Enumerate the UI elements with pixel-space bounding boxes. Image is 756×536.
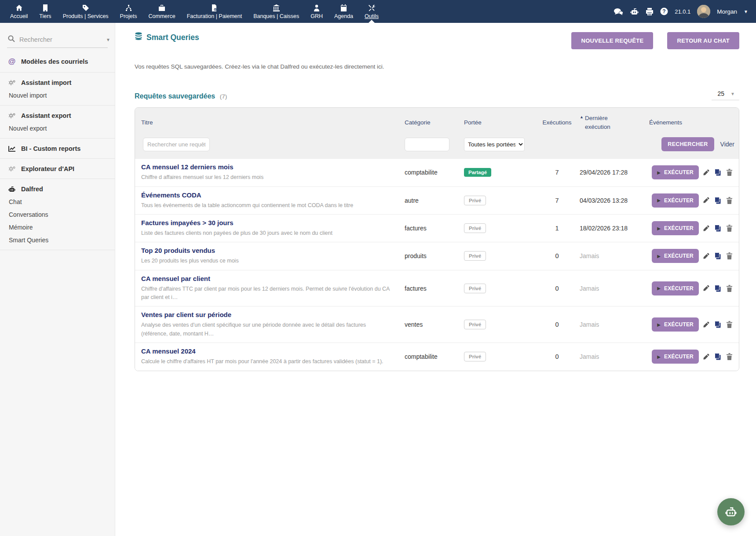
sidebar-search-input[interactable] [19, 36, 102, 43]
sidebar-link-nouvel-export[interactable]: Nouvel export [8, 125, 107, 132]
column-header-titre[interactable]: Titre [135, 119, 403, 126]
copy-icon[interactable] [713, 352, 722, 361]
column-header-categorie[interactable]: Catégorie [403, 119, 462, 126]
delete-icon[interactable] [725, 168, 734, 177]
query-title-link[interactable]: Ventes par client sur période [141, 311, 231, 318]
back-to-chat-button[interactable]: RETOUR AU CHAT [667, 32, 739, 49]
robot-icon[interactable] [630, 8, 639, 15]
search-queries-button[interactable]: RECHERCHER [661, 137, 714, 151]
nav-item-projets[interactable]: Projets [114, 0, 143, 23]
query-title-link[interactable]: Factures impayées > 30 jours [141, 219, 234, 226]
gears-icon [8, 166, 16, 172]
execute-button[interactable]: ▶ EXÉCUTER [652, 221, 699, 235]
query-description: Liste des factures clients non payées de… [141, 229, 390, 237]
nav-item-tiers[interactable]: Tiers [33, 0, 57, 23]
filter-scope-select[interactable]: Toutes les portées [464, 138, 525, 151]
query-title-link[interactable]: Top 20 produits vendus [141, 247, 215, 254]
sidebar-item-explorateur-api[interactable]: Explorateur d'API [8, 165, 107, 172]
execute-button[interactable]: ▶ EXÉCUTER [652, 350, 699, 364]
edit-icon[interactable] [702, 196, 710, 204]
query-category: factures [403, 225, 462, 232]
sidebar-link-conversations[interactable]: Conversations [8, 211, 107, 218]
execute-button[interactable]: ▶ EXÉCUTER [652, 249, 699, 263]
filter-category-input[interactable] [405, 138, 449, 151]
copy-icon[interactable] [713, 168, 722, 177]
query-description: Calcule le chiffre d'affaires HT par moi… [141, 357, 390, 366]
nav-label: GRH [310, 13, 323, 19]
sidebar-item-dalfred[interactable]: Dalfred [8, 186, 107, 193]
query-title-link[interactable]: Événements CODA [141, 191, 201, 199]
execute-button[interactable]: ▶ EXÉCUTER [652, 281, 699, 295]
execute-button[interactable]: ▶ EXÉCUTER [652, 165, 699, 179]
edit-icon[interactable] [702, 168, 710, 177]
column-header-portee[interactable]: Portée [462, 119, 536, 126]
copy-icon[interactable] [713, 196, 722, 205]
delete-icon[interactable] [725, 196, 734, 205]
edit-icon[interactable] [702, 353, 710, 361]
bank-icon [273, 4, 280, 11]
column-header-evenements[interactable]: Événements [647, 119, 739, 126]
sidebar-item-label: BI - Custom reports [21, 145, 80, 152]
copy-icon[interactable] [713, 320, 722, 329]
nav-item-commerce[interactable]: Commerce [143, 0, 181, 23]
edit-icon[interactable] [702, 321, 710, 329]
clear-filters-link[interactable]: Vider [720, 141, 734, 148]
column-header-derniere-execution[interactable]: ▲Dernière exécution [578, 114, 647, 131]
user-avatar[interactable] [697, 5, 710, 18]
sidebar-link-smart-queries[interactable]: Smart Queries [8, 237, 107, 244]
query-description: Tous les événements de la table actionco… [141, 201, 390, 210]
help-icon[interactable]: ? [660, 7, 668, 15]
nav-item-grh[interactable]: GRH [305, 0, 329, 23]
copy-icon[interactable] [713, 252, 722, 260]
comments-icon[interactable] [614, 8, 623, 15]
page-size-value: 25 [718, 90, 725, 97]
copy-icon[interactable] [713, 284, 722, 293]
username[interactable]: Morgan [717, 8, 737, 15]
execute-button-label: EXÉCUTER [664, 197, 694, 204]
edit-icon[interactable] [702, 224, 710, 233]
chevron-down-icon[interactable]: ▼ [744, 9, 748, 14]
dalfred-chat-fab[interactable] [717, 498, 745, 525]
new-query-button[interactable]: NOUVELLE REQUÊTE [571, 32, 653, 49]
query-title-link[interactable]: CA mensuel 2024 [141, 347, 196, 355]
table-row: Ventes par client sur période Analyse de… [135, 306, 739, 343]
sidebar-link-nouvel-import[interactable]: Nouvel import [8, 92, 107, 99]
copy-icon[interactable] [713, 224, 722, 233]
sidebar-item-assistant-export[interactable]: Assistant export [8, 112, 107, 119]
filter-title-input[interactable] [143, 138, 210, 151]
nav-label: Produits | Services [63, 13, 109, 19]
page-description: Vos requêtes SQL sauvegardées. Créez-les… [135, 63, 739, 70]
sidebar-item-assistant-import[interactable]: Assistant import [8, 79, 107, 86]
nav-item-outils[interactable]: Outils [359, 0, 384, 23]
delete-icon[interactable] [725, 320, 734, 329]
nav-item-agenda[interactable]: Agenda [329, 0, 359, 23]
query-title-link[interactable]: CA mensuel par client [141, 275, 210, 282]
edit-icon[interactable] [702, 252, 710, 260]
sidebar-item-modeles-courriels[interactable]: @ Modèles des courriels [8, 57, 107, 66]
query-title-link[interactable]: CA mensuel 12 derniers mois [141, 163, 234, 171]
delete-icon[interactable] [725, 224, 734, 233]
scope-badge: Privé [464, 223, 486, 233]
sidebar-item-bi-custom-reports[interactable]: BI - Custom reports [8, 145, 107, 152]
query-description: Chiffre d'affaires TTC par client par mo… [141, 285, 390, 302]
execute-button[interactable]: ▶ EXÉCUTER [652, 193, 699, 208]
sidebar-link-memoire[interactable]: Mémoire [8, 224, 107, 231]
page-size-select[interactable]: 25 ▼ [712, 88, 739, 100]
delete-icon[interactable] [725, 352, 734, 361]
nav-item-produits-services[interactable]: Produits | Services [57, 0, 114, 23]
page-title: Smart Queries [135, 32, 199, 43]
delete-icon[interactable] [725, 284, 734, 293]
nav-item-accueil[interactable]: Accueil [4, 0, 33, 23]
table-row: Factures impayées > 30 jours Liste des f… [135, 214, 739, 242]
printer-icon[interactable] [646, 8, 654, 15]
briefcase-icon [158, 4, 165, 11]
search-options-caret-icon[interactable]: ▼ [106, 37, 110, 42]
query-executions-count: 0 [536, 285, 578, 292]
column-header-executions[interactable]: Exécutions [536, 119, 578, 126]
sidebar-link-chat[interactable]: Chat [8, 198, 107, 205]
execute-button[interactable]: ▶ EXÉCUTER [652, 317, 699, 332]
nav-item-facturation-paiement[interactable]: $ Facturation | Paiement [181, 0, 248, 23]
edit-icon[interactable] [702, 284, 710, 292]
nav-item-banques-caisses[interactable]: Banques | Caisses [248, 0, 305, 23]
delete-icon[interactable] [725, 252, 734, 260]
